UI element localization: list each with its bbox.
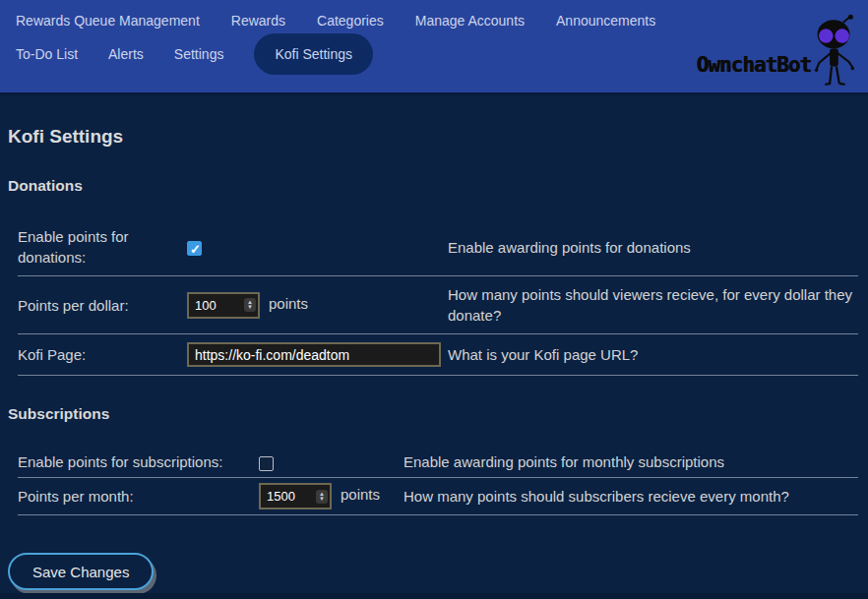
table-row: Enable points for donations: Enable awar… [18,218,858,276]
enable-donations-checkbox[interactable] [187,241,202,256]
subscriptions-section-heading: Subscriptions [8,405,860,423]
ownchatbot-logo: OwnchatBot [697,14,862,90]
table-row: Points per dollar: ▲ ▼ points How many p… [18,276,858,334]
points-per-dollar-input[interactable] [189,298,244,313]
nav-todo-list[interactable]: To-Do List [16,46,78,62]
points-suffix: points [269,295,308,312]
nav-announcements[interactable]: Announcements [556,13,655,29]
robot-mascot-icon [805,14,862,90]
enable-subscriptions-checkbox[interactable] [259,456,274,471]
nav-categories[interactable]: Categories [317,13,384,29]
subscriptions-settings-table: Enable points for subscriptions: Enable … [18,447,858,515]
nav-rewards[interactable]: Rewards [231,13,285,29]
stepper-down-icon[interactable]: ▼ [319,497,325,502]
kofi-settings-page: Kofi Settings Donations Enable points fo… [0,126,868,590]
points-per-month-numbox: ▲ ▼ [259,483,332,509]
kofi-page-label: Kofi Page: [18,334,187,376]
donations-settings-table: Enable points for donations: Enable awar… [18,218,858,376]
number-stepper[interactable]: ▲ ▼ [316,490,328,504]
points-per-dollar-label: Points per dollar: [18,276,187,334]
nav-settings[interactable]: Settings [174,46,224,62]
kofi-page-description: What is your Kofi page URL? [448,334,858,376]
nav-manage-accounts[interactable]: Manage Accounts [415,13,525,29]
points-per-dollar-description: How many points should viewers recieve, … [448,276,858,334]
enable-donations-description: Enable awarding points for donations [448,218,858,276]
enable-subscriptions-label: Enable points for subscriptions: [18,447,259,478]
table-row: Kofi Page: What is your Kofi page URL? [18,334,858,376]
nav-kofi-settings-active-tab[interactable]: Kofi Settings [254,33,373,75]
enable-donations-label: Enable points for donations: [18,218,187,276]
stepper-down-icon[interactable]: ▼ [247,305,253,310]
number-stepper[interactable]: ▲ ▼ [244,298,256,312]
points-per-month-label: Points per month: [18,478,259,515]
enable-subscriptions-description: Enable awarding points for monthly subsc… [403,447,858,478]
page-title: Kofi Settings [8,126,860,148]
kofi-page-url-input[interactable] [187,342,441,367]
donations-section-heading: Donations [8,177,860,195]
table-row: Points per month: ▲ ▼ points How many po… [18,478,858,515]
nav-rewards-queue-management[interactable]: Rewards Queue Management [16,13,200,29]
points-per-month-description: How many points should subscribers recie… [403,478,858,515]
points-suffix: points [341,486,380,503]
logo-text: OwnchatBot [697,53,811,77]
nav-alerts[interactable]: Alerts [108,46,144,62]
points-per-dollar-numbox: ▲ ▼ [187,292,260,319]
table-row: Enable points for subscriptions: Enable … [18,447,858,478]
top-navigation: Rewards Queue Management Rewards Categor… [0,0,868,95]
bottom-edge-strip [0,593,868,599]
save-changes-button[interactable]: Save Changes [8,553,154,590]
points-per-month-input[interactable] [261,489,316,504]
